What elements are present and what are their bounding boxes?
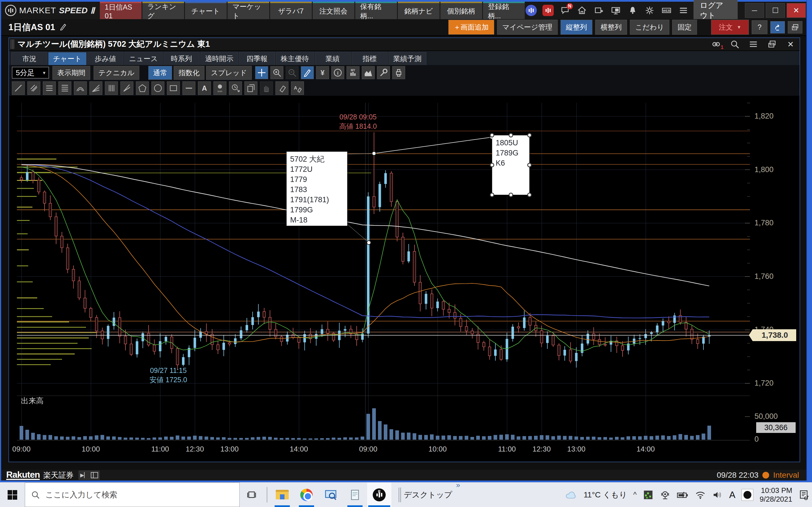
tab-2[interactable]: チャート [48, 52, 87, 65]
draw-tool-fan-button[interactable] [89, 81, 102, 95]
draw-tool-copy-button[interactable] [245, 81, 257, 95]
pulse-red-icon[interactable] [543, 5, 554, 16]
pin-button[interactable]: 固定 [672, 20, 697, 35]
add-screen-button[interactable]: ＋画面追加 [448, 20, 494, 35]
draw-tool-pentagon-button[interactable] [136, 81, 149, 95]
camera-tray-icon[interactable] [660, 490, 670, 500]
mypage-manage-button[interactable]: マイページ管理 [497, 20, 558, 35]
tab-11[interactable]: 業績予測 [389, 52, 426, 65]
yen-button[interactable]: ¥ [316, 66, 329, 79]
vertical-align-button[interactable]: 縦整列 [560, 20, 592, 35]
selection-handle[interactable] [527, 133, 532, 137]
help-button[interactable]: ? [752, 20, 767, 34]
top-tab-7[interactable]: 保有銘柄... [355, 2, 397, 19]
selection-handle[interactable] [527, 193, 532, 197]
weather-label[interactable]: 11°C くもり [583, 490, 627, 500]
draw-tool-hand-button[interactable] [260, 81, 273, 95]
my-chart-button[interactable]: MY [347, 66, 359, 79]
zoom-out-button[interactable] [286, 66, 299, 79]
link-icon[interactable]: 1 [711, 39, 721, 49]
drag-grip-icon[interactable] [11, 40, 15, 49]
gear-icon[interactable] [644, 5, 655, 16]
draw-tool-eraser-text-button[interactable]: A [291, 81, 304, 95]
action-center-icon[interactable] [799, 489, 810, 501]
taskbar-magnifier-app[interactable] [319, 483, 343, 507]
top-tab-9[interactable]: 個別銘柄 [441, 2, 482, 19]
taskbar-chrome[interactable] [294, 483, 319, 507]
tab-10[interactable]: 指標 [352, 52, 388, 65]
popout-window-icon[interactable] [767, 39, 777, 49]
tab-6[interactable]: 適時開示 [200, 52, 238, 65]
top-tab-5[interactable]: ザラバ7 [270, 2, 312, 19]
ime-mode-indicator[interactable]: A [729, 490, 735, 500]
taskbar-clock[interactable]: 10:03 PM 9/28/2021 [760, 486, 792, 504]
horizontal-align-button[interactable]: 横整列 [595, 20, 627, 35]
draw-tool-time-arrow-button[interactable] [229, 81, 242, 95]
mode-button-1[interactable]: 通常 [148, 66, 172, 80]
selection-handle[interactable] [509, 193, 513, 197]
order-button[interactable]: 注文▼ [711, 20, 749, 35]
printer-button[interactable] [392, 66, 405, 79]
crosshair-button[interactable] [255, 66, 268, 79]
draw-tool-circle-button[interactable] [151, 81, 164, 95]
custom-button[interactable]: こだわり [630, 20, 669, 35]
draw-tool-icon-stamp-button[interactable]: icon [213, 81, 226, 95]
wrench-button[interactable] [377, 66, 390, 79]
selection-handle[interactable] [527, 163, 532, 167]
area-chart-button[interactable] [362, 66, 375, 79]
top-tab-2[interactable]: ランキング [142, 2, 184, 19]
tray-expand-chevron[interactable]: ^ [633, 490, 637, 499]
info-button[interactable]: i [331, 66, 344, 79]
selection-handle[interactable] [509, 133, 513, 137]
ime-tray-icon[interactable] [742, 489, 753, 501]
price-chart-canvas[interactable] [17, 103, 750, 442]
tab-5[interactable]: 時系列 [163, 52, 200, 65]
period-select[interactable]: 5分足▼ [12, 67, 49, 78]
draw-tool-hlines3-button[interactable] [43, 81, 56, 95]
search-icon[interactable] [730, 39, 740, 49]
draw-tool-dash-button[interactable] [183, 81, 195, 95]
pencil-button[interactable] [301, 66, 314, 79]
message-icon[interactable]: N [559, 5, 571, 16]
taskbar-marketspeed[interactable]: R [367, 483, 391, 507]
selection-handle[interactable] [490, 193, 494, 197]
draw-tool-text-button[interactable]: A [198, 81, 211, 95]
tab-3[interactable]: 歩み値 [87, 52, 123, 65]
bell-icon[interactable] [627, 5, 638, 16]
top-tab-1[interactable]: 1日信AS 01 [100, 2, 142, 19]
search-input[interactable]: ここに入力して検索 [25, 483, 240, 507]
selected-annotation-box[interactable]: 1805U1789GK6 [492, 135, 529, 195]
tab-9[interactable]: 業績 [315, 52, 351, 65]
top-tab-6[interactable]: 注文照会 [313, 2, 354, 19]
taskbar-notepad[interactable] [343, 483, 367, 507]
minimize-button[interactable]: ─ [745, 3, 764, 18]
mode-button-3[interactable]: スプレッド [206, 66, 252, 80]
statusbar-panel-buttons[interactable]: ▶▏ [79, 471, 100, 480]
add-window-icon[interactable] [593, 5, 605, 16]
draw-tool-line-button[interactable] [12, 81, 25, 95]
selection-handle[interactable] [490, 163, 494, 167]
tray-app-icon[interactable] [643, 490, 654, 500]
draw-tool-hatch-button[interactable] [28, 81, 40, 95]
mode-button-2[interactable]: 指数化 [174, 66, 204, 80]
task-view-button[interactable] [240, 483, 264, 507]
draw-tool-angles-button[interactable] [120, 81, 133, 95]
top-tab-3[interactable]: チャート [185, 2, 227, 19]
price-tooltip[interactable]: 5702 大紀1772U177917831791(1781)1799GM-18 [287, 152, 347, 226]
battery-tray-icon[interactable] [677, 490, 689, 500]
maximize-button[interactable]: ☐ [766, 3, 785, 18]
tab-7[interactable]: 四季報 [239, 52, 275, 65]
tab-4[interactable]: ニュース [124, 52, 163, 65]
technical-button[interactable]: テクニカル [94, 66, 139, 80]
cascade-windows-button[interactable] [788, 21, 802, 34]
edit-pencil-icon[interactable] [59, 22, 67, 32]
window-titlebar[interactable]: マルチツール(個別銘柄) 5702 大紀アルミニウム 東1 1 ✕ [9, 38, 800, 51]
menu-icon[interactable] [748, 39, 758, 49]
weather-cloud-icon[interactable] [565, 490, 577, 500]
overflow-chevron-icon[interactable]: » [456, 481, 460, 490]
zoom-in-button[interactable] [270, 66, 283, 79]
display-period-button[interactable]: 表示期間 [52, 66, 90, 80]
wifi-tray-icon[interactable] [695, 490, 706, 500]
draw-tool-rect-button[interactable] [167, 81, 180, 95]
top-tab-8[interactable]: 銘柄ナビ [398, 2, 440, 19]
